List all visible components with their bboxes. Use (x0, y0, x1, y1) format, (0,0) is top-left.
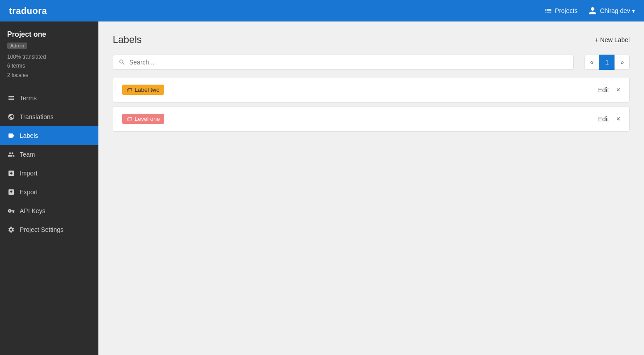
label-tag-icon-level-one: 🏷 (127, 116, 132, 122)
search-bar (113, 55, 574, 70)
label-card-level-one: 🏷 Level one Edit × (113, 106, 630, 132)
sidebar-item-terms[interactable]: Terms (0, 89, 98, 107)
admin-badge: Admin (7, 43, 27, 49)
sidebar-item-translations-label: Translations (20, 113, 54, 120)
sidebar-item-project-settings[interactable]: Project Settings (0, 220, 98, 239)
app-brand: traduora (9, 6, 47, 16)
label-tag-text-label-two: Label two (135, 86, 160, 93)
sidebar-item-import-label: Import (20, 170, 38, 177)
pagination-current[interactable]: 1 (599, 55, 614, 70)
new-label-button[interactable]: + New Label (595, 36, 630, 43)
sidebar-item-api-keys[interactable]: API Keys (0, 201, 98, 220)
app-layout: Project one Admin 100% translated 6 term… (0, 21, 644, 355)
pagination: « 1 » (585, 55, 630, 70)
project-stats: 100% translated 6 terms 2 locales (7, 52, 91, 80)
project-settings-icon (7, 226, 15, 234)
navbar: traduora Projects Chirag dev ▾ (0, 0, 644, 21)
project-name: Project one (7, 30, 91, 38)
sidebar-item-team[interactable]: Team (0, 145, 98, 164)
sidebar-item-labels-label: Labels (20, 132, 38, 139)
sidebar-item-terms-label: Terms (20, 94, 37, 102)
stat-locales: 2 locales (7, 71, 91, 80)
main-header: Labels + New Label (113, 34, 630, 46)
projects-icon (544, 7, 552, 15)
sidebar-item-api-keys-label: API Keys (20, 207, 46, 214)
main-content: Labels + New Label « 1 » 🏷 Label two (98, 21, 644, 355)
sidebar: Project one Admin 100% translated 6 term… (0, 21, 98, 355)
sidebar-item-labels[interactable]: Labels (0, 126, 98, 145)
terms-icon (7, 94, 15, 102)
label-two-edit-button[interactable]: Edit (598, 86, 609, 94)
page-title: Labels (113, 34, 142, 46)
export-icon (7, 188, 15, 196)
pagination-prev[interactable]: « (585, 55, 600, 70)
stat-terms: 6 terms (7, 61, 91, 70)
search-icon (119, 59, 126, 66)
label-tag-text-level-one: Level one (135, 115, 160, 122)
sidebar-nav: Terms Translations Labels (0, 89, 98, 239)
label-tag-icon-label-two: 🏷 (127, 87, 132, 93)
sidebar-item-team-label: Team (20, 151, 35, 158)
user-label: Chirag dev ▾ (600, 7, 635, 14)
search-input[interactable] (129, 59, 568, 66)
label-card-label-two: 🏷 Label two Edit × (113, 77, 630, 103)
label-tag-label-two: 🏷 Label two (122, 85, 164, 95)
api-keys-icon (7, 207, 15, 215)
projects-label: Projects (555, 7, 578, 14)
team-icon (7, 150, 15, 158)
projects-nav-button[interactable]: Projects (544, 7, 578, 15)
labels-icon (7, 132, 15, 140)
sidebar-item-import[interactable]: Import (0, 164, 98, 183)
sidebar-item-export[interactable]: Export (0, 183, 98, 201)
navbar-right: Projects Chirag dev ▾ (544, 6, 635, 15)
level-one-edit-button[interactable]: Edit (598, 115, 609, 123)
level-one-delete-button[interactable]: × (616, 115, 620, 123)
user-icon (588, 6, 597, 15)
translations-icon (7, 113, 15, 121)
sidebar-item-translations[interactable]: Translations (0, 107, 98, 126)
level-one-actions: Edit × (598, 115, 620, 123)
label-tag-level-one: 🏷 Level one (122, 114, 164, 124)
user-menu-button[interactable]: Chirag dev ▾ (588, 6, 635, 15)
project-info: Project one Admin 100% translated 6 term… (0, 30, 98, 89)
sidebar-item-project-settings-label: Project Settings (20, 226, 64, 233)
pagination-next[interactable]: » (614, 55, 630, 70)
import-icon (7, 169, 15, 177)
label-two-delete-button[interactable]: × (616, 86, 620, 94)
label-two-actions: Edit × (598, 86, 620, 94)
stat-translated: 100% translated (7, 52, 91, 61)
sidebar-item-export-label: Export (20, 188, 38, 196)
